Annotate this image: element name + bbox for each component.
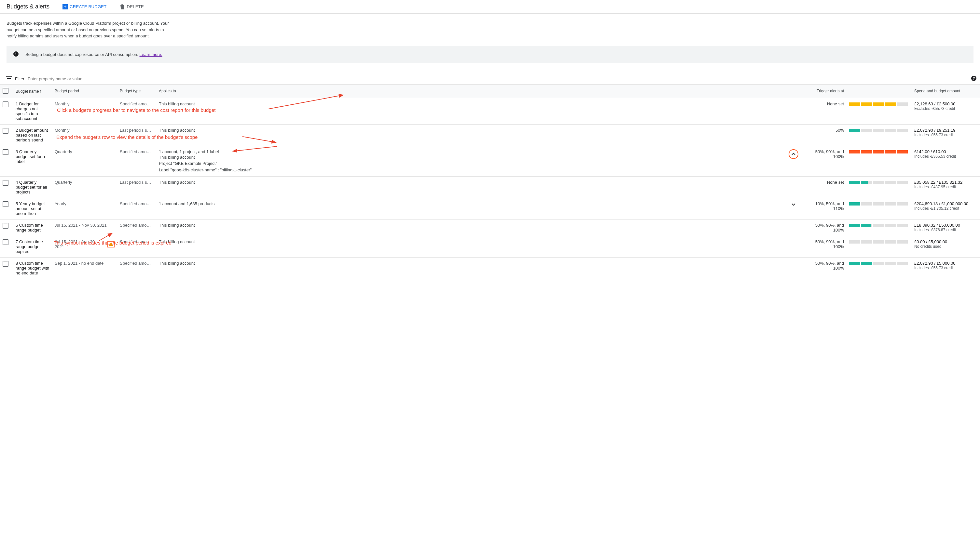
progress-bar[interactable]: [849, 129, 908, 132]
progress-segment: [884, 202, 896, 205]
budget-type-cell: Specified amo…: [117, 236, 156, 258]
progress-bar[interactable]: [849, 202, 908, 205]
select-all-checkbox[interactable]: [3, 88, 8, 94]
table-row: 8 Custom time range budget with no end d…: [0, 258, 980, 279]
progress-segment: [897, 181, 908, 184]
row-checkbox[interactable]: [3, 102, 8, 107]
trigger-alerts-cell: 50%, 90%, and 100%: [801, 220, 847, 236]
progress-segment: [897, 150, 908, 153]
svg-text:?: ?: [973, 76, 975, 80]
progress-segment: [849, 240, 860, 244]
trigger-alerts-cell: None set: [801, 98, 847, 124]
help-icon[interactable]: ?: [971, 75, 977, 82]
progress-segment: [849, 150, 860, 153]
table-row: 7 Custom time range budget - expiredJul …: [0, 236, 980, 258]
progress-segment: [873, 240, 884, 244]
progress-bar[interactable]: [849, 150, 908, 153]
budget-name-cell[interactable]: 2 Budget amount based on last period's s…: [13, 124, 52, 146]
amount-cell: £35,058.22 / £105,321.32Includes -£487.9…: [912, 177, 980, 198]
amount-cell: £2,128.63 / £2,500.00Excludes -£55.73 cr…: [912, 98, 980, 124]
progress-segment: [861, 224, 872, 227]
trigger-alerts-cell: 50%, 90%, and 100%: [801, 236, 847, 258]
progress-bar[interactable]: [849, 181, 908, 184]
row-checkbox[interactable]: [3, 128, 8, 134]
delete-button[interactable]: DELETE: [120, 4, 144, 10]
progress-segment: [861, 240, 872, 244]
applies-to-cell: This billing account: [156, 258, 786, 279]
amount-cell: £142.00 / £10.00Includes -£365.53 credit: [912, 146, 980, 177]
progress-segment: [873, 181, 884, 184]
col-header-spend[interactable]: Spend and budget amount: [912, 84, 980, 98]
trash-icon: [120, 4, 125, 10]
chevron-up-icon[interactable]: [789, 149, 799, 159]
page-title: Budgets & alerts: [7, 3, 49, 10]
budget-name-cell[interactable]: 6 Custom time range budget: [13, 220, 52, 236]
row-checkbox[interactable]: [3, 149, 8, 155]
content-area: Budgets track expenses within a Google C…: [0, 14, 980, 74]
table-row: 5 Yearly budget amount set at one millio…: [0, 198, 980, 220]
table-row: 2 Budget amount based on last period's s…: [0, 124, 980, 146]
create-budget-button[interactable]: CREATE BUDGET: [63, 4, 106, 10]
row-checkbox[interactable]: [3, 261, 8, 267]
learn-more-link[interactable]: Learn more.: [140, 52, 162, 57]
progress-segment: [897, 129, 908, 132]
budget-name-cell[interactable]: 8 Custom time range budget with no end d…: [13, 258, 52, 279]
budget-period-cell: Jul 15, 2021 - Aug 20, 2021: [52, 236, 117, 258]
budget-period-cell: Jul 15, 2021 - Nov 30, 2021: [52, 220, 117, 236]
trigger-alerts-cell: 50%, 90%, and 100%: [801, 258, 847, 279]
description-text: Budgets track expenses within a Google C…: [7, 20, 169, 39]
amount-cell: £0.00 / £5,000.00No credits used: [912, 236, 980, 258]
progress-bar[interactable]: [849, 102, 908, 106]
progress-segment: [861, 129, 872, 132]
table-row: 3 Quarterly budget set for a labelQuarte…: [0, 146, 980, 177]
trigger-alerts-cell: 10%, 50%, and 110%: [801, 198, 847, 220]
budget-type-cell: Specified amo…: [117, 198, 156, 220]
budget-name-cell[interactable]: 3 Quarterly budget set for a label: [13, 146, 52, 177]
progress-segment: [884, 181, 896, 184]
trigger-alerts-cell: None set: [801, 177, 847, 198]
col-header-type[interactable]: Budget type: [117, 84, 156, 98]
budget-period-cell: Monthly: [52, 98, 117, 124]
progress-segment: [897, 202, 908, 205]
col-header-name[interactable]: Budget name↑: [13, 84, 52, 98]
progress-segment: [873, 224, 884, 227]
applies-to-cell: This billing account: [156, 220, 786, 236]
progress-segment: [849, 262, 860, 265]
chevron-down-icon[interactable]: [791, 201, 796, 207]
plus-icon: [63, 4, 68, 10]
budget-period-cell: Quarterly: [52, 177, 117, 198]
row-checkbox[interactable]: [3, 180, 8, 185]
progress-segment: [884, 150, 896, 153]
row-checkbox[interactable]: [3, 223, 8, 228]
budgets-table: Budget name↑ Budget period Budget type A…: [0, 84, 980, 279]
amount-cell: £18,890.32 / £50,000.00Includes -£376.67…: [912, 220, 980, 236]
filter-input[interactable]: [28, 76, 980, 81]
table-row: 4 Quarterly budget set for all projectsQ…: [0, 177, 980, 198]
progress-segment: [861, 202, 872, 205]
applies-to-cell: 1 account, 1 project, and 1 labelThis bi…: [156, 146, 786, 177]
filter-label: Filter: [15, 76, 25, 81]
budget-type-cell: Specified amo…: [117, 220, 156, 236]
col-header-trigger[interactable]: Trigger alerts at: [801, 84, 847, 98]
progress-segment: [884, 224, 896, 227]
col-header-applies[interactable]: Applies to: [156, 84, 786, 98]
row-checkbox[interactable]: [3, 239, 8, 245]
budget-period-cell: Monthly: [52, 124, 117, 146]
budget-period-cell: Yearly: [52, 198, 117, 220]
progress-bar[interactable]: [849, 262, 908, 265]
sort-arrow-icon: ↑: [40, 89, 42, 94]
budget-name-cell[interactable]: 1 Budget for charges not specific to a s…: [13, 98, 52, 124]
budget-name-cell[interactable]: 5 Yearly budget amount set at one millio…: [13, 198, 52, 220]
row-checkbox[interactable]: [3, 201, 8, 207]
progress-bar[interactable]: [849, 224, 908, 227]
budget-name-cell[interactable]: 7 Custom time range budget - expired: [13, 236, 52, 258]
budget-period-cell: Quarterly: [52, 146, 117, 177]
budget-type-cell: Specified amo…: [117, 258, 156, 279]
col-header-period[interactable]: Budget period: [52, 84, 117, 98]
progress-segment: [873, 129, 884, 132]
budget-name-cell[interactable]: 4 Quarterly budget set for all projects: [13, 177, 52, 198]
amount-cell: £2,072.90 / £5,000.00Includes -£55.73 cr…: [912, 258, 980, 279]
progress-segment: [897, 240, 908, 244]
progress-bar[interactable]: [849, 240, 908, 244]
svg-rect-7: [111, 245, 111, 246]
